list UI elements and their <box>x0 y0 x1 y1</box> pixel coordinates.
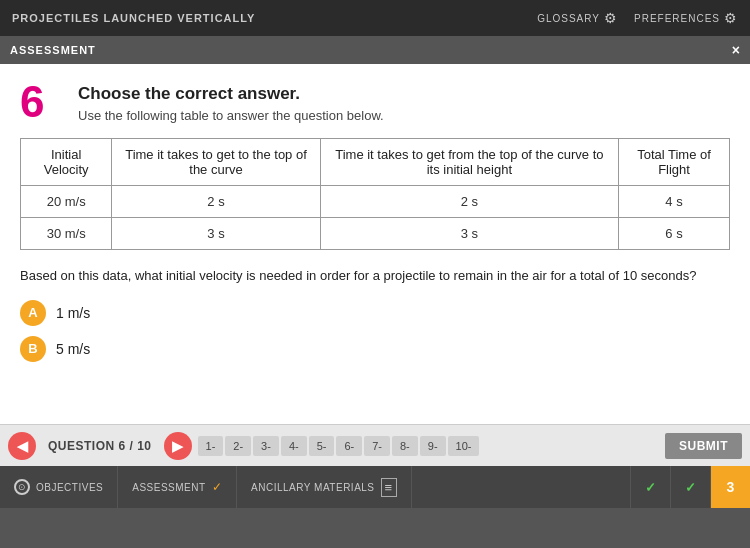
glossary-icon: ⚙ <box>604 10 618 26</box>
cell-1-1: 3 s <box>112 218 320 250</box>
footer-tab-ancillary[interactable]: ANCILLARY MATERIALS ≡ <box>237 466 412 508</box>
question-number: 6 <box>20 80 64 124</box>
table-header-row: Initial Velocity Time it takes to get to… <box>21 139 730 186</box>
table-row: 20 m/s 2 s 2 s 4 s <box>21 186 730 218</box>
close-button[interactable]: × <box>732 42 740 58</box>
cell-1-2: 3 s <box>320 218 618 250</box>
bottom-nav: ◀ QUESTION 6 / 10 ▶ 1- 2- 3- 4- 5- 6- 7-… <box>0 424 750 466</box>
content-area: 6 Choose the correct answer. Use the fol… <box>0 64 750 424</box>
preferences-icon: ⚙ <box>724 10 738 26</box>
question-subtitle: Use the following table to answer the qu… <box>78 108 384 123</box>
answer-text-b: 5 m/s <box>56 341 90 357</box>
footer-page-1[interactable]: ✓ <box>630 466 670 508</box>
objectives-icon: ⊙ <box>14 479 30 495</box>
page-btn-6[interactable]: 6- <box>336 436 362 456</box>
checkmark-icon: ✓ <box>645 480 656 495</box>
page-btn-10[interactable]: 10- <box>448 436 480 456</box>
answer-circle-b: B <box>20 336 46 362</box>
col-header-1: Time it takes to get to the top of the c… <box>112 139 320 186</box>
footer-page-nums: ✓ ✓ 3 <box>630 466 750 508</box>
ancillary-icon: ≡ <box>381 478 397 497</box>
cell-1-0: 30 m/s <box>21 218 112 250</box>
page-btn-8[interactable]: 8- <box>392 436 418 456</box>
page-btn-4[interactable]: 4- <box>281 436 307 456</box>
cell-0-1: 2 s <box>112 186 320 218</box>
assessment-tab-label: ASSESSMENT <box>132 482 205 493</box>
col-header-2: Time it takes to get from the top of the… <box>320 139 618 186</box>
assessment-header: ASSESSMENT × <box>0 36 750 64</box>
glossary-label: GLOSSARY <box>537 13 600 24</box>
checkmark-icon-2: ✓ <box>685 480 696 495</box>
cell-0-2: 2 s <box>320 186 618 218</box>
answer-option-a[interactable]: A 1 m/s <box>20 300 730 326</box>
top-bar: PROJECTILES LAUNCHED VERTICALLY GLOSSARY… <box>0 0 750 36</box>
footer-tab-assessment[interactable]: ASSESSMENT ✓ <box>118 466 237 508</box>
question-text-block: Choose the correct answer. Use the follo… <box>78 80 384 123</box>
assessment-check-icon: ✓ <box>212 480 223 494</box>
objectives-label: OBJECTIVES <box>36 482 103 493</box>
answer-text-a: 1 m/s <box>56 305 90 321</box>
question-paragraph: Based on this data, what initial velocit… <box>20 266 730 286</box>
submit-button[interactable]: SUBMIT <box>665 433 742 459</box>
table-row: 30 m/s 3 s 3 s 6 s <box>21 218 730 250</box>
page-btn-7[interactable]: 7- <box>364 436 390 456</box>
ancillary-label: ANCILLARY MATERIALS <box>251 482 374 493</box>
col-header-0: Initial Velocity <box>21 139 112 186</box>
footer-tab-objectives[interactable]: ⊙ OBJECTIVES <box>0 466 118 508</box>
top-bar-actions: GLOSSARY ⚙ PREFERENCES ⚙ <box>537 10 738 26</box>
cell-1-3: 6 s <box>619 218 730 250</box>
page-buttons: 1- 2- 3- 4- 5- 6- 7- 8- 9- 10- <box>198 436 659 456</box>
footer-page-2[interactable]: ✓ <box>670 466 710 508</box>
cell-0-3: 4 s <box>619 186 730 218</box>
page-btn-1[interactable]: 1- <box>198 436 224 456</box>
answer-option-b[interactable]: B 5 m/s <box>20 336 730 362</box>
footer-tabs: ⊙ OBJECTIVES ASSESSMENT ✓ ANCILLARY MATE… <box>0 466 750 508</box>
prev-question-button[interactable]: ◀ <box>8 432 36 460</box>
preferences-label: PREFERENCES <box>634 13 720 24</box>
app-title: PROJECTILES LAUNCHED VERTICALLY <box>12 12 255 24</box>
question-counter: QUESTION 6 / 10 <box>48 439 152 453</box>
question-title: Choose the correct answer. <box>78 84 384 104</box>
footer-page-3[interactable]: 3 <box>710 466 750 508</box>
question-header: 6 Choose the correct answer. Use the fol… <box>20 80 730 124</box>
data-table: Initial Velocity Time it takes to get to… <box>20 138 730 250</box>
page-btn-3[interactable]: 3- <box>253 436 279 456</box>
page-btn-9[interactable]: 9- <box>420 436 446 456</box>
next-question-button[interactable]: ▶ <box>164 432 192 460</box>
preferences-button[interactable]: PREFERENCES ⚙ <box>634 10 738 26</box>
page-btn-2[interactable]: 2- <box>225 436 251 456</box>
glossary-button[interactable]: GLOSSARY ⚙ <box>537 10 618 26</box>
cell-0-0: 20 m/s <box>21 186 112 218</box>
page-btn-5[interactable]: 5- <box>309 436 335 456</box>
assessment-label: ASSESSMENT <box>10 44 96 56</box>
col-header-3: Total Time of Flight <box>619 139 730 186</box>
answer-circle-a: A <box>20 300 46 326</box>
